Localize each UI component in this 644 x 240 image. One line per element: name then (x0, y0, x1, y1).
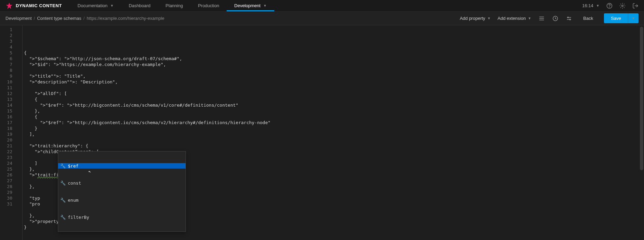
align-icon[interactable] (538, 15, 545, 22)
label: Add extension (497, 16, 526, 21)
svg-point-11 (569, 19, 570, 20)
wrench-icon: 🔧 (61, 164, 65, 168)
code-area[interactable]: { ">"$schema": ">"http://json-schema.org… (23, 25, 644, 240)
logout-icon[interactable] (632, 3, 639, 9)
code-editor[interactable]: 1234567891011121314151617181920212223242… (0, 25, 644, 240)
breadcrumb-path: https://example.com/hierarchy-example (87, 16, 164, 21)
code-line[interactable] (23, 85, 644, 91)
breadcrumb-sep: / (84, 16, 85, 21)
fold-strip (17, 25, 23, 240)
save-button[interactable]: Save (604, 13, 628, 23)
code-line[interactable]: { (23, 96, 644, 102)
label: Add property (460, 16, 485, 21)
logo-icon (5, 2, 13, 10)
autocomplete-item-filterby[interactable]: 🔧 filterBy (58, 214, 186, 220)
nav-label: Planning (166, 3, 183, 8)
ac-label: filterBy (68, 214, 89, 220)
code-line[interactable]: ">"$ref": ">"http://bigcontent.io/cms/sc… (23, 102, 644, 108)
code-line[interactable] (23, 67, 644, 73)
code-line[interactable]: ">"$ref": ">"http://bigcontent.io/cms/sc… (23, 120, 644, 125)
time-value: 16:14 (582, 3, 594, 8)
autocomplete-popup: 🔧 $ref 🔧 const 🔧 enum 🔧 filterBy (58, 151, 186, 232)
ac-label: enum (68, 197, 78, 203)
chevron-down-icon: ▼ (528, 16, 531, 20)
svg-point-3 (622, 5, 623, 6)
chevron-down-icon: ▼ (596, 4, 599, 8)
nav-development[interactable]: Development ▼ (227, 0, 274, 11)
nav-label: Production (198, 3, 219, 8)
breadcrumb-sep: / (34, 16, 35, 21)
breadcrumb-section[interactable]: Content type schemas (37, 16, 81, 21)
history-icon[interactable] (552, 15, 559, 22)
gear-icon[interactable] (619, 3, 626, 9)
nav-label: Development (234, 3, 261, 8)
ac-label: const (68, 180, 81, 186)
svg-marker-0 (6, 2, 12, 9)
header-right: 16:14 ▼ (582, 3, 639, 9)
code-line[interactable]: ">"$id": ">"https://example.com/hierarch… (23, 62, 644, 67)
chevron-down-icon: ▼ (110, 4, 114, 8)
code-line[interactable]: { (23, 50, 644, 56)
save-group: Save ▼ (604, 13, 639, 23)
svg-point-9 (567, 17, 568, 18)
back-button[interactable]: Back (579, 16, 597, 21)
scrollbar-thumb[interactable] (640, 27, 643, 170)
nav-production[interactable]: Production (190, 0, 227, 11)
nav: Documentation ▼ Dashboard Planning Produ… (70, 0, 274, 11)
add-extension-button[interactable]: Add extension ▼ (497, 16, 531, 21)
nav-dashboard[interactable]: Dashboard (121, 0, 158, 11)
top-header: DYNAMIC CONTENT Documentation ▼ Dashboar… (0, 0, 644, 12)
nav-label: Dashboard (129, 3, 151, 8)
autocomplete-item-ref[interactable]: 🔧 $ref (58, 163, 186, 169)
code-line[interactable]: ">"$schema": ">"http://json-schema.org/d… (23, 56, 644, 62)
autocomplete-item-const[interactable]: 🔧 const (58, 180, 186, 186)
code-line[interactable]: } (23, 125, 644, 131)
toolbar-right: Add property ▼ Add extension ▼ Back Save… (460, 13, 639, 23)
breadcrumb-root[interactable]: Development (5, 16, 32, 21)
svg-point-2 (609, 7, 610, 7)
code-line[interactable]: }, (23, 108, 644, 114)
time-display[interactable]: 16:14 ▼ (582, 3, 599, 8)
chevron-down-icon: ▼ (632, 16, 635, 20)
chevron-down-icon: ▼ (487, 16, 491, 20)
nav-label: Documentation (78, 3, 108, 8)
code-line[interactable] (23, 137, 644, 143)
wrench-icon: 🔧 (61, 198, 65, 202)
sliders-icon[interactable] (566, 15, 572, 22)
code-line[interactable]: ">"allOf": [ (23, 91, 644, 96)
code-line[interactable]: ">"description"">: "Description", (23, 79, 644, 85)
line-gutter: 1234567891011121314151617181920212223242… (0, 25, 17, 240)
toolbar: Development / Content type schemas / htt… (0, 12, 644, 25)
nav-planning[interactable]: Planning (158, 0, 191, 11)
breadcrumb: Development / Content type schemas / htt… (5, 16, 164, 21)
code-line[interactable]: ">"title"">: "Title", (23, 73, 644, 79)
nav-documentation[interactable]: Documentation ▼ (70, 0, 121, 11)
help-icon[interactable] (606, 3, 613, 9)
wrench-icon: 🔧 (61, 215, 65, 219)
chevron-down-icon: ▼ (263, 4, 267, 8)
autocomplete-item-enum[interactable]: 🔧 enum (58, 197, 186, 203)
code-line[interactable]: ], (23, 131, 644, 137)
logo-text: DYNAMIC CONTENT (16, 3, 62, 8)
wrench-icon: 🔧 (61, 181, 65, 185)
code-line[interactable]: ">"trait:hierarchy": { (23, 143, 644, 149)
save-dropdown[interactable]: ▼ (628, 13, 639, 23)
ac-label: $ref (68, 163, 78, 169)
code-line[interactable]: { (23, 114, 644, 120)
logo[interactable]: DYNAMIC CONTENT (5, 2, 62, 10)
add-property-button[interactable]: Add property ▼ (460, 16, 491, 21)
